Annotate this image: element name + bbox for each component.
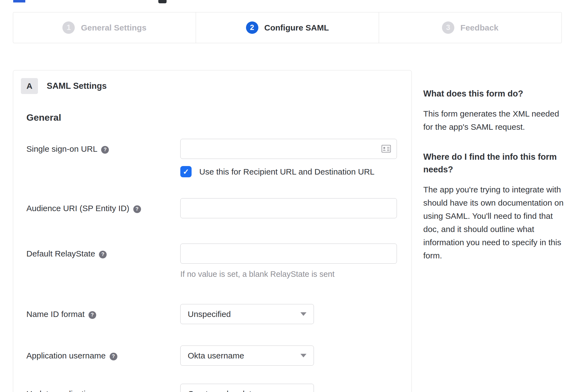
chevron-down-icon <box>300 312 306 316</box>
contact-card-icon[interactable] <box>382 145 391 154</box>
field-row-relay-state: Default RelayState? If no value is set, … <box>26 244 411 279</box>
sso-url-input-wrap <box>180 139 397 159</box>
help-section-title: Where do I find the info this form needs… <box>423 151 568 176</box>
sso-checkbox-row: ✓ Use this for Recipient URL and Destina… <box>180 166 375 177</box>
field-row-sso-url: Single sign-on URL? <box>26 139 411 159</box>
sso-checkbox[interactable]: ✓ <box>180 166 192 177</box>
name-id-format-label: Name ID format? <box>26 304 180 319</box>
select-value: Unspecified <box>188 310 231 319</box>
section-title: SAML Settings <box>47 81 107 91</box>
field-row-application-username: Application username? Okta username <box>26 346 411 366</box>
saml-settings-panel: A SAML Settings General Single sign-on U… <box>13 70 412 392</box>
cutoff-page-title-fragment <box>13 0 25 2</box>
help-section-body: This form generates the XML needed for t… <box>423 107 568 134</box>
chevron-down-icon <box>300 354 306 357</box>
help-icon[interactable]: ? <box>110 353 117 360</box>
section-a-badge: A <box>21 78 38 94</box>
step-number-badge: 3 <box>442 21 454 34</box>
field-row-name-id-format: Name ID format? Unspecified <box>26 304 411 324</box>
field-row-audience-uri: Audience URI (SP Entity ID)? <box>26 198 411 218</box>
help-icon[interactable]: ? <box>89 311 96 319</box>
step-general-settings[interactable]: 1 General Settings <box>13 12 196 43</box>
relay-state-hint: If no value is set, a blank RelayState i… <box>180 270 397 279</box>
relay-state-input[interactable] <box>180 244 397 264</box>
step-number-badge: 1 <box>62 21 75 34</box>
update-username-label: Update application username on <box>26 384 180 392</box>
step-number-badge: 2 <box>246 21 258 34</box>
help-icon[interactable]: ? <box>101 146 109 154</box>
select-value: Create and update <box>188 389 256 392</box>
select-value: Okta username <box>188 351 244 360</box>
step-label: General Settings <box>81 23 146 32</box>
name-id-format-select[interactable]: Unspecified <box>180 304 314 324</box>
help-section-title: What does this form do? <box>423 87 568 100</box>
sso-url-label: Single sign-on URL? <box>26 139 180 154</box>
step-label: Feedback <box>460 23 498 32</box>
application-username-label: Application username? <box>26 346 180 360</box>
saml-form: Single sign-on URL? <box>13 139 411 392</box>
update-username-select[interactable]: Create and update <box>180 384 314 392</box>
step-label: Configure SAML <box>264 23 329 32</box>
field-row-update-username: Update application username on Create an… <box>26 384 411 392</box>
help-icon[interactable]: ? <box>99 251 107 258</box>
help-sidebar: What does this form do? This form genera… <box>423 87 568 279</box>
checkmark-icon: ✓ <box>183 167 189 176</box>
sso-checkbox-label[interactable]: Use this for Recipient URL and Destinati… <box>199 167 375 176</box>
wizard-stepper: 1 General Settings 2 Configure SAML 3 Fe… <box>13 12 562 43</box>
section-header: A SAML Settings <box>13 78 411 94</box>
field-row-sso-checkbox: ✓ Use this for Recipient URL and Destina… <box>26 159 411 177</box>
step-feedback[interactable]: 3 Feedback <box>379 12 562 43</box>
cutoff-icon-fragment <box>158 0 167 3</box>
relay-state-label: Default RelayState? <box>26 244 180 258</box>
audience-uri-label: Audience URI (SP Entity ID)? <box>26 198 180 213</box>
general-group-title: General <box>26 112 411 123</box>
help-icon[interactable]: ? <box>133 205 141 213</box>
application-username-select[interactable]: Okta username <box>180 346 314 366</box>
audience-uri-input[interactable] <box>180 198 397 218</box>
help-section-body: The app you're trying to integrate with … <box>423 183 568 262</box>
step-configure-saml[interactable]: 2 Configure SAML <box>196 12 378 43</box>
sso-url-input[interactable] <box>180 139 397 159</box>
